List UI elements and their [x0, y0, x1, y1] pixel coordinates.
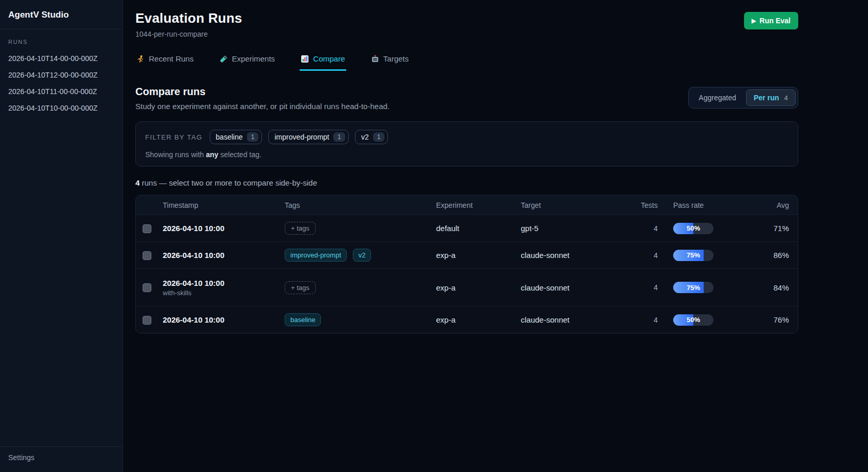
add-tags-button[interactable]: + tags [285, 281, 316, 294]
pass-rate-pill: 75% [673, 282, 714, 293]
tag-chip[interactable]: v2 [353, 249, 371, 262]
avg-cell: 71% [746, 224, 798, 233]
row-checkbox[interactable] [143, 224, 151, 233]
col-target: Target [521, 201, 614, 209]
tag-filter-card: FILTER BY TAG baseline 1 improved-prompt… [135, 121, 798, 166]
filter-note: Showing runs with any selected tag. [145, 150, 788, 159]
main-content: Evaluation Runs 1044-per-run-compare ▶ R… [123, 0, 868, 472]
page-title: Evaluation Runs [135, 10, 242, 26]
col-experiment: Experiment [436, 201, 521, 209]
pass-rate-pill: 50% [673, 223, 714, 234]
tests-cell: 4 [614, 251, 658, 260]
play-icon: ▶ [752, 18, 756, 24]
page-header: Evaluation Runs 1044-per-run-compare ▶ R… [135, 10, 798, 38]
sidebar-run-item[interactable]: 2026-04-10T10-00-00-000Z [0, 100, 122, 116]
robot-icon [371, 55, 379, 63]
tab-label: Recent Runs [149, 54, 194, 63]
filter-note-prefix: Showing runs with [145, 150, 206, 159]
col-avg: Avg [746, 201, 798, 209]
chip-count-badge: 1 [333, 132, 345, 142]
pass-rate-label: 75% [673, 250, 714, 261]
test-tube-icon [220, 55, 228, 63]
runner-icon [136, 55, 145, 63]
avg-cell: 76% [746, 315, 798, 324]
col-pass-rate: Pass rate [658, 201, 746, 209]
pass-rate-label: 50% [673, 223, 714, 234]
run-timestamp: 2026-04-10 10:00 [163, 279, 285, 287]
table-row: 2026-04-10 10:00 improved-prompt v2 exp-… [136, 241, 798, 268]
run-eval-button[interactable]: ▶ Run Eval [744, 12, 798, 29]
tests-cell: 4 [614, 224, 658, 233]
sidebar-run-item[interactable]: 2026-04-10T14-00-00-000Z [0, 50, 122, 67]
tab-experiments[interactable]: Experiments [219, 52, 276, 71]
view-mode-toggle: Aggregated Per run 4 [688, 87, 798, 109]
add-tags-button[interactable]: + tags [285, 222, 316, 235]
chip-count-badge: 1 [247, 132, 259, 142]
run-eval-label: Run Eval [760, 17, 791, 25]
filter-note-any: any [206, 150, 219, 159]
tag-chip[interactable]: improved-prompt [285, 249, 347, 262]
filter-chip-baseline[interactable]: baseline 1 [210, 130, 262, 144]
tab-compare[interactable]: Compare [300, 52, 346, 71]
tests-cell: 4 [614, 283, 658, 292]
filter-chip-v2[interactable]: v2 1 [355, 130, 388, 144]
row-checkbox[interactable] [143, 316, 151, 325]
bar-chart-icon [301, 55, 309, 63]
filter-chip-improved-prompt[interactable]: improved-prompt 1 [268, 130, 349, 144]
avg-cell: 84% [746, 283, 798, 292]
tab-recent-runs[interactable]: Recent Runs [135, 52, 195, 71]
avg-cell: 86% [746, 251, 798, 260]
chip-label: v2 [361, 133, 369, 141]
run-timestamp: 2026-04-10 10:00 [163, 251, 285, 260]
tab-targets[interactable]: Targets [370, 52, 410, 71]
experiment-cell: exp-a [436, 251, 521, 260]
tab-label: Experiments [232, 54, 275, 63]
pass-rate-label: 75% [673, 282, 714, 293]
page-subtitle: 1044-per-run-compare [135, 30, 242, 38]
target-cell: claude-sonnet [521, 315, 614, 324]
runs-table: Timestamp Tags Experiment Target Tests P… [135, 195, 798, 333]
per-run-toggle-option[interactable]: Per run 4 [746, 89, 796, 106]
pass-rate-label: 50% [673, 314, 714, 326]
compare-description: Study one experiment against another, or… [135, 102, 390, 111]
sidebar: AgentV Studio RUNS 2026-04-10T14-00-00-0… [0, 0, 123, 472]
tag-chip[interactable]: baseline [285, 313, 321, 326]
col-tags: Tags [285, 201, 436, 209]
experiment-cell: exp-a [436, 315, 521, 324]
table-header-row: Timestamp Tags Experiment Target Tests P… [136, 195, 798, 215]
run-timestamp: 2026-04-10 10:00 [163, 315, 285, 324]
sidebar-run-item[interactable]: 2026-04-10T12-00-00-000Z [0, 67, 122, 83]
chip-count-badge: 1 [373, 132, 385, 142]
row-checkbox[interactable] [143, 283, 151, 292]
chip-label: baseline [216, 133, 243, 141]
tab-bar: Recent Runs Experiments [135, 52, 798, 71]
tab-label: Compare [313, 54, 345, 63]
runs-summary: 4 runs — select two or more to compare s… [135, 178, 798, 187]
target-cell: claude-sonnet [521, 251, 614, 260]
settings-link[interactable]: Settings [8, 453, 35, 462]
sidebar-runs-section: RUNS 2026-04-10T14-00-00-000Z 2026-04-10… [0, 29, 122, 446]
table-row: 2026-04-10 10:00 + tags default gpt-5 4 … [136, 215, 798, 241]
filter-by-tag-label: FILTER BY TAG [145, 133, 203, 141]
aggregated-toggle-option[interactable]: Aggregated [691, 89, 743, 106]
sidebar-run-item[interactable]: 2026-04-10T11-00-00-000Z [0, 83, 122, 100]
table-row: 2026-04-10 10:00 baseline exp-a claude-s… [136, 306, 798, 333]
app-title: AgentV Studio [0, 0, 122, 29]
sidebar-footer: Settings [0, 446, 122, 472]
experiment-cell: default [436, 224, 521, 233]
target-cell: gpt-5 [521, 224, 614, 233]
pass-rate-pill: 75% [673, 250, 714, 261]
target-cell: claude-sonnet [521, 283, 614, 292]
row-checkbox[interactable] [143, 251, 151, 260]
compare-heading: Compare runs [135, 86, 390, 98]
experiment-cell: exp-a [436, 283, 521, 292]
col-timestamp: Timestamp [163, 201, 285, 209]
per-run-label: Per run [754, 94, 779, 102]
pass-rate-pill: 50% [673, 314, 714, 326]
app-root: AgentV Studio RUNS 2026-04-10T14-00-00-0… [0, 0, 868, 472]
run-timestamp: 2026-04-10 10:00 [163, 224, 285, 233]
run-sublabel: with-skills [163, 289, 285, 297]
tab-label: Targets [383, 54, 409, 63]
aggregated-label: Aggregated [699, 94, 736, 102]
col-tests: Tests [614, 201, 658, 209]
